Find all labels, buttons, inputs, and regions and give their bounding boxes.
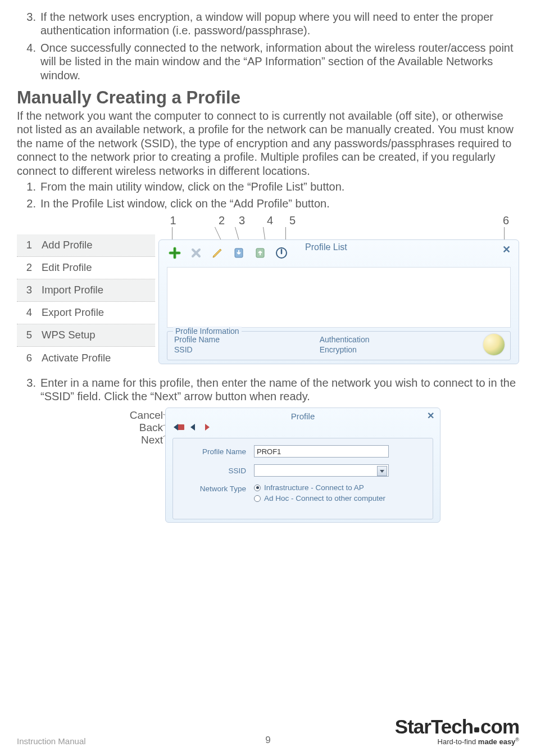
list-number: 3. xyxy=(17,376,40,404)
list-text: In the Profile List window, click on the… xyxy=(40,197,519,210)
add-profile-icon[interactable] xyxy=(167,245,183,261)
profile-information-group: Profile Information Profile Name SSID Au… xyxy=(167,331,511,360)
callout: 5 xyxy=(273,214,296,227)
edit-profile-icon[interactable] xyxy=(210,245,225,261)
legend-label: Activate Profile xyxy=(42,352,155,364)
info-label: Profile Name xyxy=(174,335,320,344)
list-number: 4. xyxy=(17,41,40,82)
legend-table: 1 Add Profile 2 Edit Profile 3 Import Pr… xyxy=(17,234,155,369)
legend-num: 5 xyxy=(17,329,42,341)
page-number: 9 xyxy=(265,735,270,746)
ssid-select[interactable] xyxy=(254,464,389,477)
legend-label: Import Profile xyxy=(42,284,155,296)
profile-wizard-diagram: Cancel Back Next Profile ✕ xyxy=(17,408,519,523)
field-label: Profile Name xyxy=(181,447,254,456)
list-text: Enter in a name for this profile, then e… xyxy=(40,376,519,404)
legend-row: 5 WPS Setup xyxy=(17,324,155,347)
callout: 6 xyxy=(296,214,519,227)
legend-row: 6 Activate Profile xyxy=(17,347,155,369)
back-button[interactable] xyxy=(188,422,199,434)
callout: 4 xyxy=(245,214,273,227)
list-text: Once successfully connected to the netwo… xyxy=(40,41,519,82)
profile-wizard-window: Profile ✕ Profile Name SSID xyxy=(165,408,440,523)
list-number: 3. xyxy=(17,10,40,38)
profile-list-diagram: 1 Add Profile 2 Edit Profile 3 Import Pr… xyxy=(17,214,519,369)
section-heading: Manually Creating a Profile xyxy=(17,88,519,108)
delete-profile-icon[interactable] xyxy=(188,245,204,261)
info-label: Encryption xyxy=(320,345,465,354)
step-3: 3. Enter in a name for this profile, the… xyxy=(17,376,519,404)
list-number: 2. xyxy=(17,197,40,210)
legend-num: 4 xyxy=(17,306,42,319)
legend-label: Add Profile xyxy=(42,239,155,251)
intro-list-item-4: 4. Once successfully connected to the ne… xyxy=(17,41,519,82)
import-profile-icon[interactable] xyxy=(231,245,247,261)
field-label: SSID xyxy=(181,467,254,475)
list-text: If the network uses encryption, a window… xyxy=(40,10,519,38)
legend-num: 2 xyxy=(17,261,42,274)
callout-stems xyxy=(158,227,519,239)
close-icon[interactable]: ✕ xyxy=(427,410,434,421)
profile-list-toolbar xyxy=(167,245,289,261)
legend-num: 1 xyxy=(17,239,42,251)
close-icon[interactable]: ✕ xyxy=(502,243,511,256)
list-text: From the main utility window, click on t… xyxy=(40,180,519,193)
legend-row: 4 Export Profile xyxy=(17,302,155,324)
brand-logo: StarTechcom xyxy=(395,716,519,738)
info-label: SSID xyxy=(174,345,320,354)
legend-label: Edit Profile xyxy=(42,261,155,274)
profile-form: Profile Name SSID Network Type Infrastru… xyxy=(172,438,433,519)
profile-list-body xyxy=(167,267,511,328)
section-intro: If the network you want the computer to … xyxy=(17,109,519,178)
callout-label: Cancel xyxy=(96,410,163,420)
brand-text: StarTech xyxy=(395,716,473,737)
cancel-button[interactable] xyxy=(172,422,186,434)
brand-tagline: Hard-to-find made easy® xyxy=(395,737,519,746)
dialog-title: Profile xyxy=(172,410,433,421)
legend-row: 3 Import Profile xyxy=(17,279,155,302)
callout: 2 xyxy=(183,214,225,227)
wizard-nav xyxy=(172,422,433,434)
radio-dot-icon xyxy=(254,485,261,491)
page-footer: Instruction Manual 9 StarTechcom Hard-to… xyxy=(17,716,519,746)
profile-list-window: Profile List ✕ Profile Information Profi… xyxy=(158,239,519,364)
network-type-infra-radio[interactable]: Infrastructure - Connect to AP xyxy=(254,483,385,492)
callout: 3 xyxy=(225,214,245,227)
profile-list-title: Profile List xyxy=(305,242,347,252)
activate-profile-icon[interactable] xyxy=(483,334,505,355)
brand-block: StarTechcom Hard-to-find made easy® xyxy=(395,716,519,746)
radio-label: Ad Hoc - Connect to other computer xyxy=(264,494,385,503)
radio-label: Infrastructure - Connect to AP xyxy=(264,483,364,492)
export-profile-icon[interactable] xyxy=(252,245,268,261)
legend-num: 3 xyxy=(17,284,42,296)
callout-label: Back xyxy=(96,422,163,433)
legend-label: WPS Setup xyxy=(42,329,155,341)
radio-dot-icon xyxy=(254,495,261,502)
footer-manual-label: Instruction Manual xyxy=(17,736,86,746)
network-type-adhoc-radio[interactable]: Ad Hoc - Connect to other computer xyxy=(254,494,385,503)
wps-setup-icon[interactable] xyxy=(274,245,289,261)
legend-row: 1 Add Profile xyxy=(17,234,155,257)
callout-row: 1 2 3 4 5 6 xyxy=(158,214,519,227)
brand-dot-icon xyxy=(474,727,479,732)
step-1: 1. From the main utility window, click o… xyxy=(17,180,519,193)
step-2: 2. In the Profile List window, click on … xyxy=(17,197,519,210)
info-label: Authentication xyxy=(320,335,465,344)
legend-num: 6 xyxy=(17,352,42,364)
next-button[interactable] xyxy=(202,422,213,434)
callout: 1 xyxy=(163,214,183,227)
intro-list-item-3: 3. If the network uses encryption, a win… xyxy=(17,10,519,38)
field-label: Network Type xyxy=(181,483,254,493)
profile-list-figure: 1 2 3 4 5 6 xyxy=(158,214,519,364)
callout-label: Next xyxy=(96,434,163,445)
group-legend: Profile Information xyxy=(173,327,242,336)
svg-rect-7 xyxy=(178,424,184,430)
list-number: 1. xyxy=(17,180,40,193)
profile-name-input[interactable] xyxy=(254,445,389,458)
nav-callout-labels: Cancel Back Next xyxy=(96,408,163,447)
legend-label: Export Profile xyxy=(42,306,155,319)
brand-suffix: com xyxy=(480,716,519,737)
legend-row: 2 Edit Profile xyxy=(17,257,155,279)
